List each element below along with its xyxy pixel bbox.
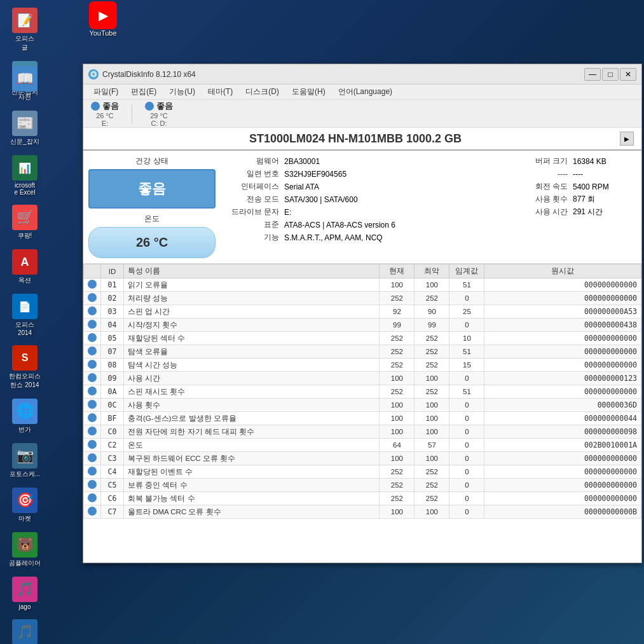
icon-market[interactable]: 🎯 마켓 xyxy=(3,485,47,526)
app-icon: 💿 xyxy=(88,69,99,79)
smart-current-cell: 100 xyxy=(380,425,414,439)
smart-name-cell: 회복 불가능 섹터 수 xyxy=(124,492,380,505)
status-drive-2: C: D: xyxy=(151,120,167,127)
smart-id-cell: 0C xyxy=(101,399,124,412)
minimize-button[interactable]: — xyxy=(584,68,601,81)
smart-current-cell: 100 xyxy=(380,278,414,292)
detail-row-interface: 인터페이스 Serial ATA 회전 속도 5400 RPM xyxy=(221,181,636,192)
smart-status-cell xyxy=(84,465,101,479)
buffer-label: 버퍼 크기 xyxy=(522,156,573,167)
table-row: C3 복구된 하드웨어 ECC 오류 횟수 100 100 0 00000000… xyxy=(84,452,641,465)
smart-worst-cell: 100 xyxy=(414,278,449,292)
smart-name-cell: 스핀 업 시간 xyxy=(124,305,380,319)
interface-label: 인터페이스 xyxy=(221,181,284,192)
smart-raw-cell: 000000000044 xyxy=(484,412,641,425)
smart-current-cell: 64 xyxy=(380,439,414,452)
th-status xyxy=(84,264,101,278)
smart-id-cell: C0 xyxy=(101,425,124,439)
status-drive-1: E: xyxy=(102,120,108,127)
smart-threshold-cell: 0 xyxy=(449,479,484,492)
smart-current-cell: 100 xyxy=(380,372,414,385)
power-hours-value: 291 시간 xyxy=(573,207,636,217)
smart-status-cell xyxy=(84,345,101,359)
menu-disk[interactable]: 디스크(D) xyxy=(240,85,284,99)
smart-status-icon xyxy=(88,293,97,302)
smart-current-cell: 252 xyxy=(380,345,414,359)
desktop-icon-office[interactable]: 📝 오피스글 xyxy=(3,5,47,55)
desktop-icon-youtube[interactable]: ▶ YouTube xyxy=(89,1,117,37)
smart-raw-cell: 000000000000 xyxy=(484,332,641,345)
smart-threshold-cell: 0 xyxy=(449,292,484,305)
smart-worst-cell: 100 xyxy=(414,412,449,425)
icon-chrome[interactable]: 🌐 번가 xyxy=(3,396,47,437)
smart-status-icon xyxy=(88,346,97,355)
table-row: 0A 스핀 재시도 횟수 252 252 51 000000000000 xyxy=(84,385,641,399)
smart-name-cell: 읽기 오류율 xyxy=(124,278,380,292)
icon-excel[interactable]: 📊 icrosofte Excel xyxy=(3,153,47,198)
smart-threshold-cell: 0 xyxy=(449,452,484,465)
smart-status-icon xyxy=(88,387,97,395)
status-item-1: 좋음 26 °C E: xyxy=(91,100,119,127)
smart-status-icon xyxy=(88,453,97,462)
icon-gomaudio[interactable]: 🎵 곰오디오 xyxy=(3,617,47,644)
crystaldiskinfo-window: 💿 CrystalDiskInfo 8.12.10 x64 — □ ✕ 파일(F… xyxy=(83,64,642,563)
serial-label: 일련 번호 xyxy=(221,168,284,179)
icon-gomplayer[interactable]: 🐻 곰플레이어 xyxy=(3,530,47,570)
smart-status-cell xyxy=(84,399,101,412)
status-temp-2: 29 °C xyxy=(150,112,168,120)
icon-coupon[interactable]: 🛒 쿠팡! xyxy=(3,202,47,243)
drive-letter-value: E: xyxy=(284,208,522,217)
smart-raw-cell: 000000000000 xyxy=(484,492,641,505)
smart-status-cell xyxy=(84,479,101,492)
smart-status-cell xyxy=(84,319,101,332)
smart-status-icon xyxy=(88,306,97,315)
firmware-value: 2BA30001 xyxy=(284,157,522,166)
menu-theme[interactable]: 테마(T) xyxy=(203,85,238,99)
detail-row-serial: 일련 번호 S32HJ9EF904565 ---- ---- xyxy=(221,168,636,179)
icon-jago[interactable]: 🎵 jago xyxy=(3,574,47,613)
smart-worst-cell: 100 xyxy=(414,505,449,519)
icon-option[interactable]: A 옥션 xyxy=(3,247,47,287)
icon-newspaper2[interactable]: 📰 신문_잡지 xyxy=(3,108,47,149)
drive-nav-button[interactable]: ▶ xyxy=(620,132,634,146)
icon-photoscap[interactable]: 📷 포토스케... xyxy=(3,441,47,481)
table-row: 08 탐색 시간 성능 252 252 15 000000000000 xyxy=(84,359,641,372)
firmware-label: 펌웨어 xyxy=(221,156,284,167)
smart-status-cell xyxy=(84,278,101,292)
transfer-value: SATA/300 | SATA/600 xyxy=(284,195,522,204)
desktop: 📝 오피스글 📰 신문.잡지 ▶ YouTube 📖 사전 📰 신문_잡지 📊 … xyxy=(0,0,644,644)
smart-current-cell: 252 xyxy=(380,292,414,305)
health-badge: 좋음 xyxy=(88,169,216,209)
icon-dictionary[interactable]: 📖 사전 xyxy=(3,64,47,104)
smart-threshold-cell: 0 xyxy=(449,505,484,519)
menu-language[interactable]: 언어(Language) xyxy=(333,85,397,99)
smart-raw-cell: 000000000438 xyxy=(484,319,641,332)
smart-status-cell xyxy=(84,292,101,305)
smart-id-cell: 08 xyxy=(101,359,124,372)
smart-id-cell: C3 xyxy=(101,452,124,465)
menu-file[interactable]: 파일(F) xyxy=(88,85,123,99)
smart-threshold-cell: 0 xyxy=(449,439,484,452)
menu-edit[interactable]: 편집(E) xyxy=(126,85,161,99)
left-info-panel: 건강 상태 좋음 온도 26 °C xyxy=(88,156,216,258)
close-button[interactable]: ✕ xyxy=(620,68,636,81)
icon-office2014[interactable]: 📄 오피스2014 xyxy=(3,291,47,339)
table-row: 09 사용 시간 100 100 0 000000000123 xyxy=(84,372,641,385)
smart-raw-cell: 000000000000 xyxy=(484,359,641,372)
status-label-1: 좋음 xyxy=(102,100,119,112)
maximize-button[interactable]: □ xyxy=(602,68,619,81)
th-threshold: 임계값 xyxy=(449,264,484,278)
menu-function[interactable]: 기능(U) xyxy=(164,85,200,99)
icon-hancom[interactable]: S 한컴오피스한쇼 2014 xyxy=(3,343,47,392)
smart-id-cell: 02 xyxy=(101,292,124,305)
smart-id-cell: 09 xyxy=(101,372,124,385)
smart-threshold-cell: 0 xyxy=(449,465,484,479)
menu-help[interactable]: 도움말(H) xyxy=(287,85,331,99)
smart-threshold-cell: 0 xyxy=(449,399,484,412)
smart-status-icon xyxy=(88,427,97,435)
smart-threshold-cell: 0 xyxy=(449,372,484,385)
smart-name-cell: 탐색 시간 성능 xyxy=(124,359,380,372)
smart-raw-cell: 000000000098 xyxy=(484,425,641,439)
smart-raw-cell: 000000000000 xyxy=(484,385,641,399)
status-divider xyxy=(132,104,132,123)
